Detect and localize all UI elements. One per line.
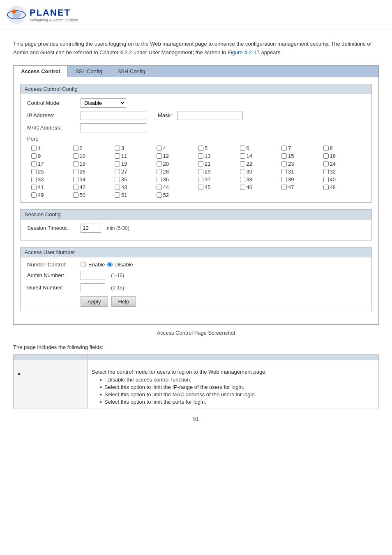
tab-access-control[interactable]: Access Control <box>14 66 68 77</box>
port-checkbox-38[interactable] <box>240 177 245 182</box>
number-control-enable-radio[interactable] <box>81 262 86 267</box>
page-number: 51 <box>13 416 379 422</box>
port-checkbox-8[interactable] <box>323 146 329 151</box>
port-checkbox-4[interactable] <box>157 146 162 151</box>
port-checkbox-45[interactable] <box>198 185 203 190</box>
field-name-empty <box>14 360 88 366</box>
tab-ssh-config[interactable]: SSH Config <box>110 66 153 77</box>
port-label: Port: <box>27 136 81 142</box>
port-checkbox-26[interactable] <box>73 169 78 174</box>
port-checkbox-item-15: 15 <box>281 153 323 159</box>
port-checkbox-28[interactable] <box>157 169 162 174</box>
port-checkbox-item-26: 26 <box>73 169 115 175</box>
field-desc-list: • : Disable the access control function.… <box>92 377 374 405</box>
help-button[interactable]: Help <box>111 296 136 307</box>
port-checkbox-29[interactable] <box>198 169 203 174</box>
ip-address-control: Mask: <box>81 111 243 120</box>
mac-address-row: MAC Address: <box>27 123 365 132</box>
table-header-row <box>14 354 379 360</box>
port-checkbox-24[interactable] <box>323 161 329 166</box>
port-checkbox-item-31: 31 <box>281 169 323 175</box>
port-checkbox-item-33: 33 <box>31 176 73 183</box>
port-checkbox-6[interactable] <box>240 146 245 151</box>
port-checkbox-42[interactable] <box>73 185 78 190</box>
control-mode-select[interactable]: Disable IP Address MAC Address Port <box>81 98 126 108</box>
port-checkbox-52[interactable] <box>157 192 162 198</box>
port-checkbox-20[interactable] <box>157 161 162 166</box>
port-checkbox-33[interactable] <box>31 177 37 182</box>
port-checkbox-item-43: 43 <box>115 184 157 190</box>
port-checkbox-16[interactable] <box>323 153 329 159</box>
port-checkbox-37[interactable] <box>198 177 203 182</box>
port-checkbox-31[interactable] <box>281 169 287 174</box>
port-checkbox-17[interactable] <box>31 161 37 166</box>
port-checkbox-30[interactable] <box>240 169 245 174</box>
port-checkbox-48[interactable] <box>323 185 329 190</box>
logo-planet-text: PLANET <box>30 7 78 18</box>
svg-point-3 <box>12 9 16 14</box>
apply-button[interactable]: Apply <box>81 296 108 307</box>
port-checkbox-3[interactable] <box>115 146 120 151</box>
port-checkbox-47[interactable] <box>281 185 287 190</box>
admin-number-row: Admin Number: (1-16) <box>27 271 365 280</box>
port-checkbox-51[interactable] <box>115 192 120 198</box>
port-checkbox-item-14: 14 <box>240 153 282 159</box>
port-checkbox-22[interactable] <box>240 161 245 166</box>
access-control-config-section: Access Control Config Control Mode: Disa… <box>20 84 372 203</box>
port-checkbox-item-21: 21 <box>198 161 240 167</box>
port-checkbox-50[interactable] <box>73 192 78 198</box>
port-checkbox-item-3: 3 <box>115 145 157 151</box>
port-checkbox-40[interactable] <box>323 177 329 182</box>
intro-text-1: This page provides controlling the users… <box>13 41 371 56</box>
port-checkbox-5[interactable] <box>198 146 203 151</box>
port-checkbox-43[interactable] <box>115 185 120 190</box>
port-checkbox-46[interactable] <box>240 185 245 190</box>
port-checkbox-14[interactable] <box>240 153 245 159</box>
port-checkbox-1[interactable] <box>31 146 37 151</box>
guest-number-input[interactable] <box>81 283 105 292</box>
port-checkbox-item-39: 39 <box>281 176 323 183</box>
port-checkbox-12[interactable] <box>157 153 162 159</box>
mac-address-label: MAC Address: <box>27 125 81 131</box>
port-checkbox-36[interactable] <box>157 177 162 182</box>
number-control-disable-radio[interactable] <box>107 262 113 267</box>
port-checkbox-item-29: 29 <box>198 169 240 175</box>
session-timeout-input[interactable] <box>81 224 101 233</box>
port-checkbox-41[interactable] <box>31 185 37 190</box>
port-checkbox-2[interactable] <box>73 146 78 151</box>
figure-link[interactable]: Figure 4-2-17 <box>228 49 260 56</box>
port-checkbox-25[interactable] <box>31 169 37 174</box>
port-checkbox-18[interactable] <box>73 161 78 166</box>
mask-input[interactable] <box>177 111 243 120</box>
access-control-config-header: Access Control Config <box>21 84 371 94</box>
mac-address-input[interactable] <box>81 123 146 132</box>
intro-text-2: appears. <box>260 49 282 56</box>
port-checkbox-34[interactable] <box>73 177 78 182</box>
port-checkbox-44[interactable] <box>157 185 162 190</box>
port-checkbox-13[interactable] <box>198 153 203 159</box>
tab-ssl-config[interactable]: SSL Config <box>68 66 110 77</box>
table-row <box>14 360 379 366</box>
admin-number-input[interactable] <box>81 271 105 280</box>
ip-address-input[interactable] <box>81 111 146 120</box>
port-checkbox-27[interactable] <box>115 169 120 174</box>
port-checkbox-item-44: 44 <box>157 184 198 190</box>
port-checkbox-7[interactable] <box>281 146 287 151</box>
port-checkbox-21[interactable] <box>198 161 203 166</box>
port-checkbox-19[interactable] <box>115 161 120 166</box>
port-checkbox-item-51: 51 <box>115 192 157 198</box>
port-row: Port: <box>27 136 365 142</box>
port-checkbox-item-13: 13 <box>198 153 240 159</box>
port-checkbox-32[interactable] <box>323 169 329 174</box>
port-checkbox-23[interactable] <box>281 161 287 166</box>
port-checkbox-item-18: 18 <box>73 161 115 167</box>
port-checkbox-15[interactable] <box>281 153 287 159</box>
port-checkbox-item-47: 47 <box>281 184 323 190</box>
port-checkbox-35[interactable] <box>115 177 120 182</box>
port-checkbox-10[interactable] <box>73 153 78 159</box>
port-checkbox-39[interactable] <box>281 177 287 182</box>
port-checkbox-49[interactable] <box>31 192 37 198</box>
port-checkbox-11[interactable] <box>115 153 120 159</box>
fields-section: The page includes the following fields: … <box>13 344 379 409</box>
port-checkbox-9[interactable] <box>31 153 37 159</box>
